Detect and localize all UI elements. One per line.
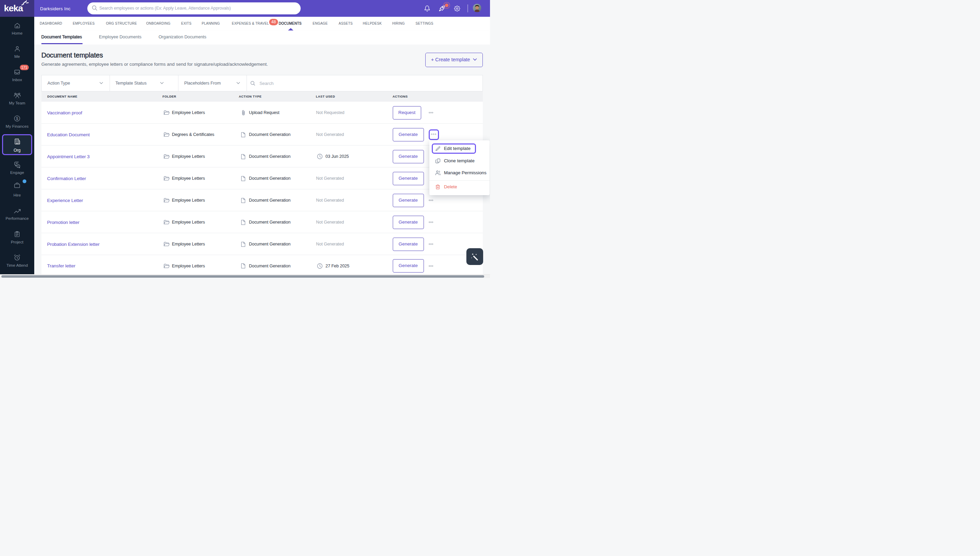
svg-text:$: $ <box>16 116 18 121</box>
